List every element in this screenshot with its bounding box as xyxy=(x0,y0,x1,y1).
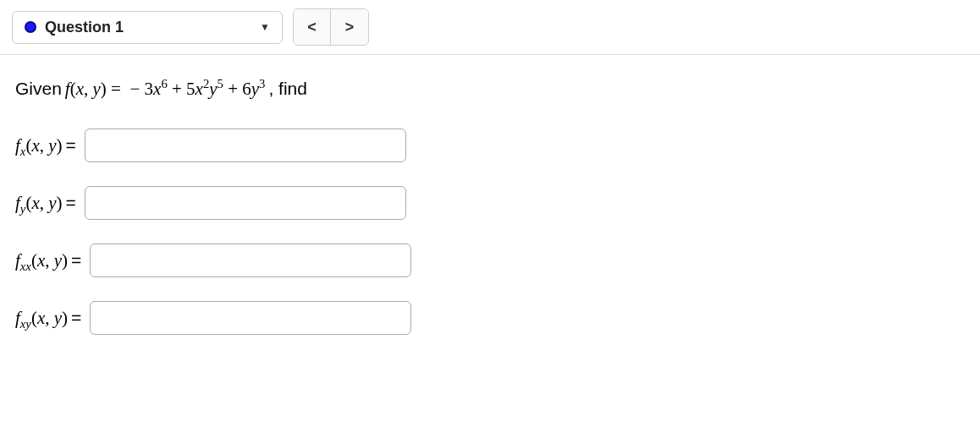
function-expression: f(x, y) = − 3x6 + 5x2y5 + 6y3 xyxy=(65,79,266,100)
equals-sign: = xyxy=(66,135,76,156)
chevron-down-icon: ▼ xyxy=(260,21,270,33)
label-fy: fy(x, y) xyxy=(15,193,63,214)
prev-question-button[interactable]: < xyxy=(294,9,331,45)
equals-sign: = xyxy=(66,193,76,213)
toolbar: Question 1 ▼ < > xyxy=(0,0,980,55)
label-fxx: fxx(x, y) xyxy=(15,250,68,271)
next-question-button[interactable]: > xyxy=(331,9,368,45)
status-dot-icon xyxy=(25,21,36,33)
label-fxy: fxy(x, y) xyxy=(15,308,68,329)
question-label: Question 1 xyxy=(45,19,124,36)
row-fxy: fxy(x, y) = xyxy=(15,301,965,335)
question-content: Given f(x, y) = − 3x6 + 5x2y5 + 6y3 , fi… xyxy=(0,55,980,382)
equals-sign: = xyxy=(71,250,81,271)
input-fx[interactable] xyxy=(85,129,406,162)
label-fx: fx(x, y) xyxy=(15,135,63,156)
input-fxy[interactable] xyxy=(90,301,411,335)
input-fxx[interactable] xyxy=(90,243,411,277)
given-prefix: Given xyxy=(15,79,62,99)
question-selector[interactable]: Question 1 ▼ xyxy=(12,11,283,44)
problem-statement: Given f(x, y) = − 3x6 + 5x2y5 + 6y3 , fi… xyxy=(15,79,965,100)
equals-sign: = xyxy=(71,308,81,328)
chevron-right-icon: > xyxy=(345,19,355,36)
given-suffix: , find xyxy=(268,79,307,99)
row-fy: fy(x, y) = xyxy=(15,186,965,220)
row-fxx: fxx(x, y) = xyxy=(15,243,965,277)
chevron-left-icon: < xyxy=(307,19,317,36)
nav-buttons: < > xyxy=(293,8,369,46)
question-selector-left: Question 1 xyxy=(25,19,124,36)
row-fx: fx(x, y) = xyxy=(15,129,965,162)
input-fy[interactable] xyxy=(85,186,406,220)
